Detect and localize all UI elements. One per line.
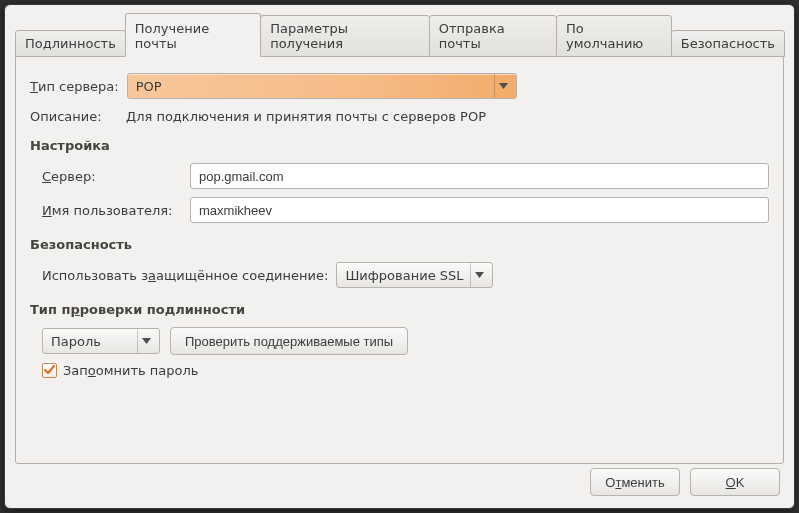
server-host-row: Сервер: — [42, 163, 769, 189]
secure-connection-value: Шифрование SSL — [345, 268, 463, 283]
tab-receive-mail[interactable]: Получение почты — [125, 13, 261, 57]
server-host-input[interactable] — [190, 163, 769, 189]
description-label: Описание: — [30, 109, 118, 124]
username-input[interactable] — [190, 197, 769, 223]
description-value: Для подключения и принятия почты с серве… — [126, 109, 486, 124]
dropdown-icon — [494, 74, 512, 98]
username-label: Имя пользователя: — [42, 203, 182, 218]
tab-label: Получение почты — [135, 21, 209, 51]
dropdown-icon — [470, 263, 488, 287]
cancel-button[interactable]: Отменить — [590, 468, 680, 496]
server-type-label: Тип сервера: — [30, 79, 119, 94]
auth-type-value: Пароль — [51, 334, 131, 349]
tabs-bar: Подлинность Получение почты Параметры по… — [15, 13, 784, 57]
check-supported-types-button[interactable]: Проверить поддерживаемые типы — [170, 327, 408, 355]
secure-connection-combo[interactable]: Шифрование SSL — [336, 262, 492, 288]
ok-button[interactable]: OK — [690, 468, 780, 496]
secure-connection-label: Использовать заащищённое соединение: — [42, 268, 328, 283]
server-host-label: Сервер: — [42, 169, 182, 184]
tab-panel: Тип сервера: POP Описание: Для подключен… — [15, 56, 784, 464]
tab-security[interactable]: Безопасность — [671, 30, 785, 57]
section-security-title: Безопасность — [30, 237, 769, 252]
remember-password-row[interactable]: Запоомнить пароль — [42, 363, 769, 378]
section-auth-title: Тип прроверки подлинности — [30, 302, 769, 317]
auth-type-combo[interactable]: Пароль — [42, 328, 160, 354]
tab-label: Безопасность — [681, 36, 775, 51]
description-row: Описание: Для подключения и принятия поч… — [30, 109, 769, 124]
remember-password-checkbox[interactable] — [42, 363, 57, 378]
remember-password-label: Запоомнить пароль — [63, 363, 199, 378]
server-type-value: POP — [136, 79, 488, 94]
dialog-window: Подлинность Получение почты Параметры по… — [4, 4, 795, 509]
dropdown-icon — [137, 329, 155, 353]
tab-authenticity[interactable]: Подлинность — [15, 30, 126, 57]
section-settings-title: Настройка — [30, 138, 769, 153]
check-icon — [44, 365, 55, 376]
tab-label: Подлинность — [25, 36, 116, 51]
tab-send-mail[interactable]: Отправка почты — [429, 15, 557, 57]
tab-label: Отправка почты — [439, 21, 505, 51]
secure-connection-row: Использовать заащищённое соединение: Шиф… — [42, 262, 769, 288]
username-row: Имя пользователя: — [42, 197, 769, 223]
dialog-footer: Отменить OK — [590, 468, 780, 496]
server-type-row: Тип сервера: POP — [30, 73, 769, 99]
auth-type-row: Пароль Проверить поддерживаемые типы — [42, 327, 769, 355]
tab-label: По умолчанию — [566, 21, 643, 51]
tab-defaults[interactable]: По умолчанию — [556, 15, 672, 57]
tab-label: Параметры получения — [270, 21, 348, 51]
tab-receive-params[interactable]: Параметры получения — [260, 15, 430, 57]
server-type-combo[interactable]: POP — [127, 73, 517, 99]
